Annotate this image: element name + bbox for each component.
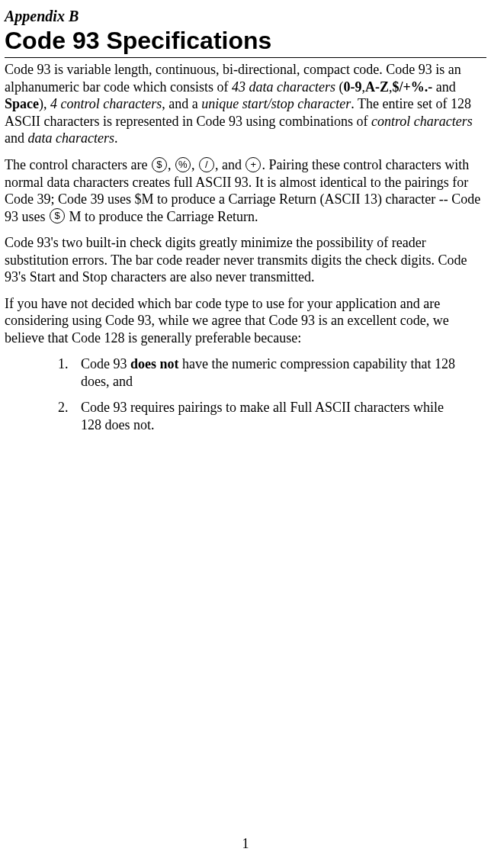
plus-circle-icon: +: [246, 157, 261, 172]
paragraph-4: If you have not decided which bar code t…: [5, 295, 486, 347]
text: ),: [39, 96, 50, 111]
paragraph-1: Code 93 is variable length, continuous, …: [5, 61, 486, 147]
text: M to produce the Carriage Return.: [66, 209, 258, 224]
title-underline: [5, 57, 486, 58]
text: , and: [215, 157, 246, 172]
dollar-circle-icon: $: [152, 157, 167, 172]
text: , and a: [162, 96, 201, 111]
text-italic: 43 data characters: [232, 79, 335, 95]
list-item: 2. Code 93 requires pairings to make all…: [58, 399, 456, 433]
dollar-circle-icon: $: [50, 208, 65, 223]
text: (: [335, 79, 344, 95]
paragraph-2: The control characters are $, %, /, and …: [5, 156, 486, 226]
appendix-label: Appendix B: [5, 6, 486, 26]
text-bold: $/+%.-: [392, 79, 432, 95]
text: and: [432, 79, 456, 95]
list-number: 2.: [58, 399, 81, 433]
list-item: 1. Code 93 does not have the numeric com…: [58, 355, 456, 390]
text-italic: unique start/stop character: [201, 96, 351, 111]
paragraph-3: Code 93's two built-in check digits grea…: [5, 234, 486, 286]
text: The control characters are: [5, 157, 151, 172]
text-bold: A-Z: [365, 79, 389, 95]
ordered-list: 1. Code 93 does not have the numeric com…: [58, 355, 456, 433]
text: ,: [168, 157, 175, 172]
page-number: 1: [0, 835, 491, 853]
text-italic: data characters: [28, 130, 114, 146]
percent-circle-icon: %: [175, 157, 191, 172]
list-number: 1.: [58, 355, 81, 390]
slash-circle-icon: /: [199, 157, 214, 172]
text: Code 93 requires pairings to make all Fu…: [81, 400, 444, 432]
text-italic: 4 control characters: [50, 96, 162, 111]
text-bold: 0-9: [343, 79, 361, 95]
text: ,: [191, 157, 198, 172]
text-italic: control characters: [371, 114, 473, 129]
text: Code 93: [81, 356, 130, 371]
page-title: Code 93 Specifications: [5, 27, 486, 54]
list-text: Code 93 requires pairings to make all Fu…: [81, 399, 456, 433]
text: and: [5, 130, 28, 146]
text-bold: Space: [5, 96, 39, 111]
text-bold: does not: [130, 356, 179, 371]
list-text: Code 93 does not have the numeric compre…: [81, 355, 456, 390]
text: .: [114, 130, 118, 146]
